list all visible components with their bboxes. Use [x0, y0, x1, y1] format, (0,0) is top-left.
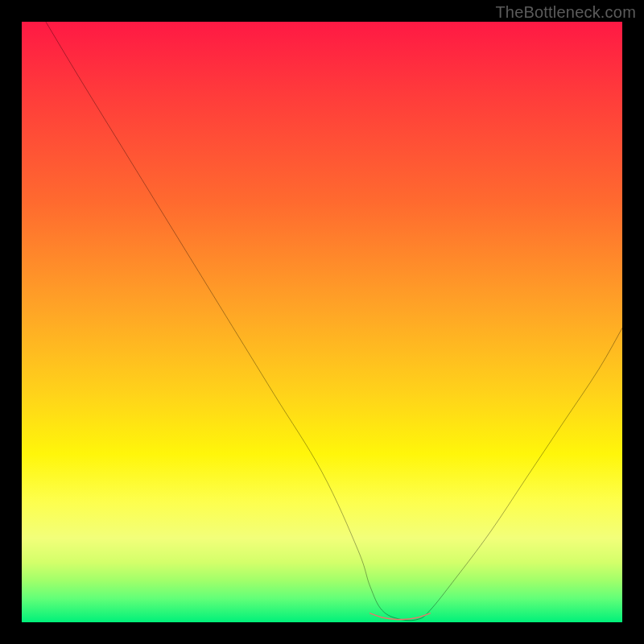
watermark-text: TheBottleneck.com — [495, 3, 636, 22]
curve-layer — [22, 22, 622, 622]
plot-area — [22, 22, 622, 622]
sweet-spot-marker — [370, 613, 431, 620]
bottleneck-curve — [46, 22, 622, 621]
chart-frame: TheBottleneck.com — [0, 0, 644, 644]
